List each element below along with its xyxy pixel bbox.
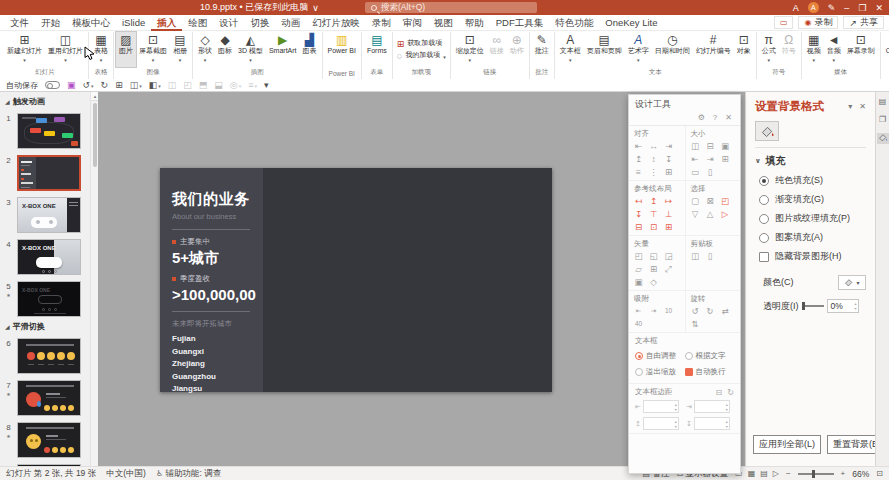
tab-design[interactable]: 设计 (213, 15, 244, 31)
slide-thumbnail-8[interactable] (17, 422, 81, 458)
margin-top-input[interactable] (643, 417, 679, 430)
tab-draw[interactable]: 绘图 (182, 15, 213, 31)
city-item[interactable]: Fujian (172, 333, 263, 346)
redo-icon[interactable]: ↻ (101, 79, 109, 91)
undo-icon[interactable]: ↺ (83, 79, 94, 92)
get-add-ins-button[interactable]: ⊞ 获取加载项 (395, 39, 448, 49)
stretch-right-icon[interactable]: ⇥ (706, 154, 715, 164)
delete-icon[interactable]: ⊟ (716, 388, 723, 397)
fit-text-radio[interactable]: 根据文字 (685, 351, 735, 361)
screen-recording-button[interactable]: ⊡ 屏幕录制 (844, 32, 878, 67)
city-item[interactable]: Guangxi (172, 346, 263, 359)
transparency-input[interactable]: 0% (827, 299, 859, 313)
fill-section-header[interactable]: ∨ 填充 (755, 154, 866, 168)
stat2-value[interactable]: >100,000,00 (172, 286, 263, 303)
shape-fragment-icon[interactable]: ◲ (664, 251, 673, 261)
pictures-button[interactable]: ▨ 图片 (116, 32, 136, 67)
power-bi-button[interactable]: ▥ Power BI (325, 32, 359, 69)
tab-file[interactable]: 文件 (4, 15, 35, 31)
shape-intersect-icon[interactable]: ▱ (634, 264, 643, 274)
action-button[interactable]: ⊕ 动作 (507, 32, 527, 67)
stretch-left-icon[interactable]: ⇤ (691, 154, 700, 164)
guide-top-icon[interactable]: ↥ (649, 196, 658, 206)
fit-height-icon[interactable]: ▯ (706, 167, 715, 177)
apply-to-all-button[interactable]: 应用到全部(L) (753, 435, 821, 454)
stretch-both-icon[interactable]: ⊞ (721, 154, 730, 164)
align-center-icon[interactable]: ↔ (649, 141, 658, 151)
symbol-button[interactable]: Ω 符号 (779, 32, 799, 67)
shapes-button[interactable]: ◇ 形状 (195, 32, 215, 67)
shape-crop-icon[interactable]: ▣ (634, 277, 643, 287)
tab-islide[interactable]: iSlide (116, 15, 151, 31)
save-icon[interactable]: ▣ (67, 79, 76, 91)
tab-view[interactable]: 视图 (428, 15, 459, 31)
guide-grid-icon[interactable]: ⊞ (664, 222, 673, 232)
deselect-icon[interactable]: ⊠ (706, 196, 715, 206)
comment-button[interactable]: ✎ 批注 (532, 32, 552, 67)
select-all-icon[interactable]: ▢ (691, 196, 700, 206)
tab-onekey-lite[interactable]: OneKey Lite (599, 15, 663, 31)
tab-animations[interactable]: 动画 (275, 15, 306, 31)
photo-album-button[interactable]: ▤ 相册 (170, 32, 190, 67)
send-backward-icon[interactable]: ⬓ (214, 79, 223, 91)
slide-thumbnail-5[interactable]: X-BOX ONE (17, 281, 81, 317)
slide-thumbnail-7[interactable] (17, 380, 81, 416)
flip-horizontal-icon[interactable]: ⇄ (721, 306, 730, 316)
align-top-icon[interactable]: ↥ (634, 154, 643, 164)
object-button[interactable]: ⊡ 对象 (734, 32, 754, 67)
panel-options-icon[interactable]: ▾ (848, 102, 852, 111)
copy-icon[interactable]: ◫ (168, 79, 177, 91)
paste-icon[interactable]: ◫ (130, 79, 142, 92)
slide-sorter-icon[interactable]: ▦ (748, 469, 756, 478)
select-down-icon[interactable]: ▽ (691, 209, 700, 219)
slide-content-strip[interactable]: 我们的业务 About our business 主要集中 5+城市 季度盈收 … (160, 168, 263, 392)
tab-help[interactable]: 帮助 (459, 15, 490, 31)
rotate-left-icon[interactable]: ↺ (691, 306, 700, 316)
fit-width-icon[interactable]: ▭ (691, 167, 700, 177)
select-locked-icon[interactable]: ◰ (721, 196, 730, 206)
pattern-fill-radio[interactable]: 图案填充(A) (759, 231, 866, 244)
shape-effects-icon[interactable]: ◎ (230, 79, 241, 92)
zoom-level[interactable]: 66% (852, 469, 869, 479)
slide-thumbnail-6[interactable] (17, 338, 81, 374)
slide-thumbnail-4[interactable]: X-BOX ONE (17, 239, 81, 275)
future-cities-label[interactable]: 未来即将开拓城市 (172, 319, 263, 329)
copy-icon[interactable]: ◫ (691, 251, 700, 261)
align-right-icon[interactable]: ⇥ (664, 141, 673, 151)
guide-bottom-icon[interactable]: ↧ (634, 209, 643, 219)
ink-icon[interactable]: ✎ (828, 3, 836, 13)
transparency-slider[interactable] (802, 305, 824, 307)
free-adjust-radio[interactable]: 自由调整 (635, 351, 685, 361)
tab-template-center[interactable]: 模板中心 (66, 15, 116, 31)
spinner-icon[interactable] (726, 402, 728, 412)
slide-subtitle[interactable]: About our business (172, 212, 263, 221)
link-button[interactable]: ∞ 链接 (487, 32, 507, 67)
qat-overflow-icon[interactable]: ▾ (264, 79, 269, 91)
align-objects-icon[interactable]: ≡ (248, 79, 257, 92)
chevron-down-icon[interactable]: ∨ (312, 3, 319, 13)
tab-insert[interactable]: 插入 (151, 15, 182, 31)
section-header[interactable]: ◢ 触发动画 (0, 92, 90, 107)
slide-editor[interactable]: 我们的业务 About our business 主要集中 5+城市 季度盈收 … (160, 168, 552, 392)
snap-40-icon[interactable]: 40 (634, 319, 643, 329)
zoom-knob[interactable] (812, 470, 815, 478)
screenshot-button[interactable]: ⊡ 屏幕截图 (136, 32, 170, 67)
guide-horizontal-icon[interactable]: ⊤ (649, 209, 658, 219)
duplicate-icon[interactable]: ◰ (183, 79, 192, 91)
guide-thirds-icon[interactable]: ⊟ (634, 222, 643, 232)
spinner-icon[interactable] (726, 419, 728, 429)
shape-expand-icon[interactable]: ⤢ (664, 264, 673, 274)
shape-format-icon[interactable]: ❐ (877, 115, 889, 124)
close-icon[interactable]: ✕ (859, 102, 866, 111)
align-left-icon[interactable]: ⇤ (634, 141, 643, 151)
section-header[interactable]: ◢ 平滑切换 (0, 317, 90, 332)
slide-number-button[interactable]: # 幻灯片编号 (693, 32, 734, 67)
share-button[interactable]: ↗共享 (843, 16, 884, 29)
video-button[interactable]: ▦ 视频 (804, 32, 824, 67)
equal-height-icon[interactable]: ⊟ (706, 141, 715, 151)
slideshow-icon[interactable]: ▷ (773, 469, 779, 478)
solid-fill-radio[interactable]: 纯色填充(S) (759, 174, 866, 187)
avatar[interactable]: A (808, 2, 819, 13)
format-painter-icon[interactable]: ◧ (149, 79, 161, 92)
properties-icon[interactable]: ▤ (877, 97, 889, 106)
